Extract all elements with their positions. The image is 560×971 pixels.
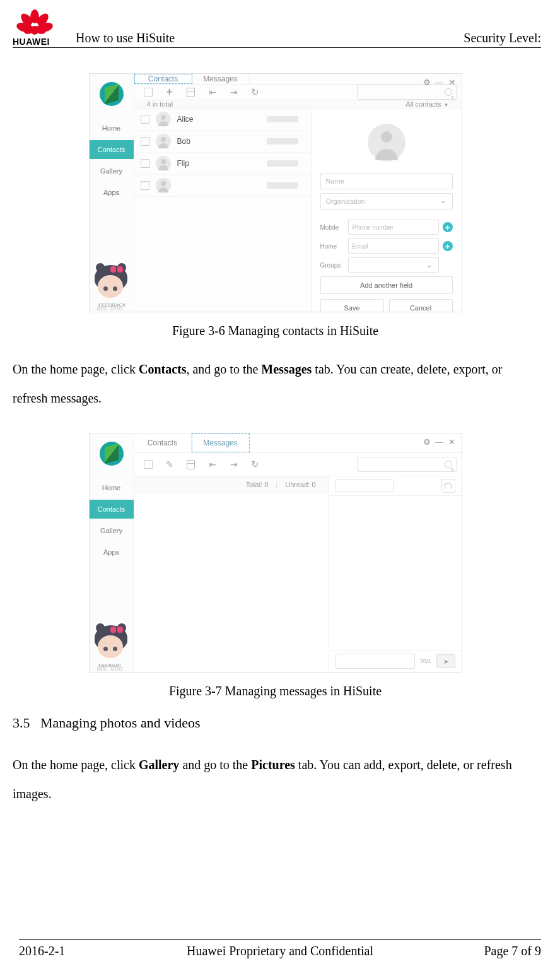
hisuite-logo-icon bbox=[100, 82, 124, 106]
tab-contacts[interactable]: Contacts bbox=[134, 433, 192, 452]
home-label[interactable]: Home bbox=[320, 243, 344, 250]
phone-input[interactable]: Phone number bbox=[348, 220, 439, 235]
delete-icon[interactable] bbox=[182, 457, 200, 472]
avatar-icon bbox=[156, 156, 171, 171]
toolbar bbox=[134, 453, 462, 476]
settings-icon[interactable]: ⚙ bbox=[423, 437, 431, 446]
page-header: HUAWEI How to use HiSuite Security Level… bbox=[13, 9, 541, 48]
figure-3-6: ⚙ — ✕ Home Contacts Gallery Apps FEEDBAC… bbox=[13, 73, 538, 338]
row-checkbox[interactable] bbox=[141, 159, 149, 168]
list-item[interactable] bbox=[134, 175, 311, 197]
export-icon[interactable] bbox=[204, 457, 221, 472]
add-recipient-icon[interactable] bbox=[441, 479, 455, 493]
window-controls: ⚙ — ✕ bbox=[423, 437, 457, 446]
settings-icon[interactable]: ⚙ bbox=[423, 78, 431, 86]
add-icon[interactable] bbox=[161, 85, 178, 100]
contact-list: Alice Bob Flip bbox=[134, 109, 311, 312]
email-input[interactable]: Email bbox=[348, 238, 439, 254]
char-count: 70/1 bbox=[420, 658, 431, 664]
minimize-icon[interactable]: — bbox=[435, 78, 444, 86]
nav-gallery[interactable]: Gallery bbox=[90, 521, 134, 540]
mobile-label[interactable]: Mobile bbox=[320, 224, 344, 231]
avatar-icon bbox=[156, 178, 171, 193]
watermark: Ms. Info bbox=[97, 664, 124, 672]
contact-detail-blur bbox=[267, 160, 298, 167]
list-item[interactable]: Alice bbox=[134, 109, 311, 131]
page-footer: 2016-2-1 Huawei Proprietary and Confiden… bbox=[19, 939, 541, 958]
send-button[interactable] bbox=[436, 654, 455, 668]
avatar-icon bbox=[156, 112, 171, 127]
search-input[interactable] bbox=[357, 85, 457, 100]
select-all-checkbox[interactable] bbox=[139, 457, 157, 472]
export-icon[interactable] bbox=[204, 85, 221, 100]
add-field-button[interactable]: Add another field bbox=[320, 276, 453, 294]
import-icon[interactable] bbox=[225, 457, 243, 472]
search-input[interactable] bbox=[357, 457, 457, 472]
nav-contacts[interactable]: Contacts bbox=[90, 140, 134, 159]
row-checkbox[interactable] bbox=[141, 181, 149, 190]
total-label: Total: 0 bbox=[246, 481, 268, 488]
search-icon bbox=[445, 88, 452, 96]
toolbar bbox=[134, 85, 462, 100]
contact-detail-blur bbox=[267, 138, 298, 144]
sidebar: Home Contacts Gallery Apps FEEDBACK Ms. … bbox=[90, 74, 134, 312]
sidebar: Home Contacts Gallery Apps Feedback Ms. … bbox=[90, 433, 134, 672]
add-phone-icon[interactable]: + bbox=[443, 222, 453, 232]
total-count: 4 in total bbox=[147, 100, 173, 108]
filter-dropdown[interactable]: All contacts bbox=[405, 100, 448, 108]
list-item[interactable]: Bob bbox=[134, 131, 311, 153]
row-checkbox[interactable] bbox=[141, 137, 149, 146]
watermark: Ms. Info bbox=[97, 304, 124, 312]
contact-avatar[interactable] bbox=[368, 124, 405, 162]
avatar-icon bbox=[156, 134, 171, 149]
contact-detail-blur bbox=[267, 182, 298, 189]
hisuite-messages-window: ⚙ — ✕ Home Contacts Gallery Apps Feedbac… bbox=[89, 433, 462, 673]
figure-caption: Figure 3-7 Managing messages in HiSuite bbox=[13, 684, 538, 698]
organization-input[interactable]: Organization bbox=[320, 193, 453, 209]
nav-home[interactable]: Home bbox=[90, 478, 134, 497]
nav-gallery[interactable]: Gallery bbox=[90, 162, 134, 180]
recipient-input[interactable] bbox=[335, 480, 394, 492]
name-input[interactable]: Name bbox=[320, 173, 453, 189]
message-input[interactable] bbox=[335, 654, 415, 669]
add-email-icon[interactable]: + bbox=[443, 241, 453, 251]
logo-text: HUAWEI bbox=[13, 37, 50, 47]
groups-select[interactable] bbox=[348, 257, 439, 273]
hisuite-logo-icon bbox=[100, 442, 124, 466]
save-button[interactable]: Save bbox=[320, 299, 384, 312]
document-title: How to use HiSuite bbox=[76, 31, 464, 45]
list-item[interactable]: Flip bbox=[134, 153, 311, 175]
nav-apps[interactable]: Apps bbox=[90, 183, 134, 202]
footer-center: Huawei Proprietary and Confidential bbox=[149, 944, 411, 958]
row-checkbox[interactable] bbox=[141, 115, 149, 124]
security-level-label: Security Level: bbox=[464, 31, 541, 45]
delete-icon[interactable] bbox=[182, 85, 200, 100]
contact-name: Alice bbox=[177, 115, 194, 124]
contact-detail-blur bbox=[267, 116, 298, 122]
compose-icon[interactable] bbox=[161, 457, 178, 472]
cancel-button[interactable]: Cancel bbox=[389, 299, 453, 312]
footer-date: 2016-2-1 bbox=[19, 944, 149, 958]
figure-3-7: ⚙ — ✕ Home Contacts Gallery Apps Feedbac… bbox=[13, 433, 538, 698]
close-icon[interactable]: ✕ bbox=[448, 437, 457, 446]
nav-contacts[interactable]: Contacts bbox=[90, 500, 134, 519]
message-list: Total: 0 | Unread: 0 bbox=[134, 476, 329, 672]
paragraph-2: On the home page, click Gallery and go t… bbox=[13, 750, 538, 808]
section-heading: 3.5 Managing photos and videos bbox=[13, 715, 538, 731]
paragraph-1: On the home page, click Contacts, and go… bbox=[13, 355, 538, 413]
groups-label: Groups bbox=[320, 262, 344, 269]
refresh-icon[interactable] bbox=[247, 457, 264, 472]
nav-apps[interactable]: Apps bbox=[90, 543, 134, 562]
contact-detail-panel: Name Organization MobilePhone number+ Ho… bbox=[311, 109, 462, 312]
hisuite-contacts-window: ⚙ — ✕ Home Contacts Gallery Apps FEEDBAC… bbox=[89, 73, 462, 312]
contact-name: Flip bbox=[177, 159, 189, 168]
import-icon[interactable] bbox=[225, 85, 243, 100]
refresh-icon[interactable] bbox=[247, 85, 264, 100]
tab-contacts[interactable]: Contacts bbox=[134, 74, 192, 84]
select-all-checkbox[interactable] bbox=[139, 85, 157, 100]
minimize-icon[interactable]: — bbox=[435, 437, 444, 446]
main-area: Contacts Messages 4 in total All contact… bbox=[134, 74, 462, 312]
tab-messages[interactable]: Messages bbox=[192, 74, 250, 84]
nav-home[interactable]: Home bbox=[90, 119, 134, 138]
tab-messages[interactable]: Messages bbox=[192, 433, 250, 452]
